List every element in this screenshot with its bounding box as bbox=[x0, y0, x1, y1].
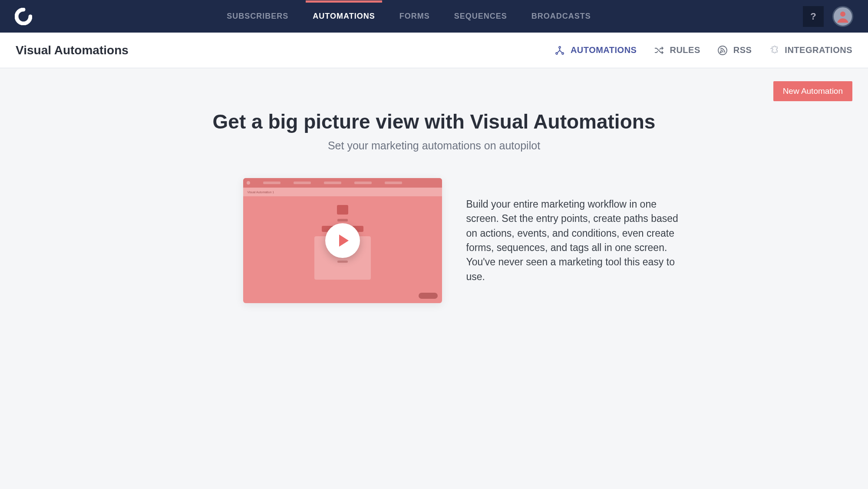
video-thumbnail[interactable]: Visual Automation 1 bbox=[243, 178, 442, 303]
content: New Automation Get a big picture view wi… bbox=[0, 68, 868, 316]
svg-point-5 bbox=[720, 51, 721, 53]
flow-icon bbox=[554, 45, 565, 56]
tab-automations[interactable]: AUTOMATIONS bbox=[554, 45, 637, 56]
subnav: AUTOMATIONS RULES RSS INTEGRATIONS bbox=[554, 45, 852, 56]
tab-label: RSS bbox=[733, 45, 752, 55]
feature-description: Build your entire marketing workflow in … bbox=[466, 197, 683, 284]
new-automation-button[interactable]: New Automation bbox=[773, 81, 852, 101]
help-button[interactable]: ? bbox=[803, 6, 824, 27]
hero-subtitle: Set your marketing automations on autopi… bbox=[16, 139, 852, 152]
nav-forms[interactable]: FORMS bbox=[393, 0, 437, 32]
top-nav: SUBSCRIBERS AUTOMATIONS FORMS SEQUENCES … bbox=[0, 0, 868, 33]
shuffle-icon bbox=[653, 45, 664, 56]
subheader: Visual Automations AUTOMATIONS RULES RSS… bbox=[0, 33, 868, 68]
hero-title: Get a big picture view with Visual Autom… bbox=[16, 110, 852, 133]
actions-row: New Automation bbox=[16, 81, 852, 101]
nav-subscribers[interactable]: SUBSCRIBERS bbox=[220, 0, 295, 32]
svg-point-1 bbox=[559, 46, 561, 48]
feature-row: Visual Automation 1 Build your entire ma bbox=[165, 178, 703, 303]
nav-right: ? bbox=[803, 6, 853, 27]
rss-icon bbox=[717, 45, 728, 56]
svg-point-3 bbox=[562, 53, 564, 54]
video-mock-label: Visual Automation 1 bbox=[248, 191, 274, 194]
tab-rss[interactable]: RSS bbox=[717, 45, 752, 56]
page-title: Visual Automations bbox=[16, 43, 554, 57]
tab-rules[interactable]: RULES bbox=[653, 45, 700, 56]
tab-integrations[interactable]: INTEGRATIONS bbox=[768, 45, 852, 56]
nav-sequences[interactable]: SEQUENCES bbox=[447, 0, 514, 32]
puzzle-icon bbox=[768, 45, 779, 56]
tab-label: INTEGRATIONS bbox=[785, 45, 852, 55]
tab-label: AUTOMATIONS bbox=[571, 45, 637, 55]
tab-label: RULES bbox=[670, 45, 700, 55]
nav-automations[interactable]: AUTOMATIONS bbox=[306, 0, 382, 32]
svg-point-4 bbox=[718, 46, 727, 55]
avatar[interactable] bbox=[832, 6, 853, 27]
svg-point-2 bbox=[556, 53, 558, 54]
svg-point-0 bbox=[840, 11, 845, 17]
play-icon bbox=[325, 223, 360, 258]
nav-broadcasts[interactable]: BROADCASTS bbox=[525, 0, 598, 32]
nav-items: SUBSCRIBERS AUTOMATIONS FORMS SEQUENCES … bbox=[15, 0, 803, 32]
